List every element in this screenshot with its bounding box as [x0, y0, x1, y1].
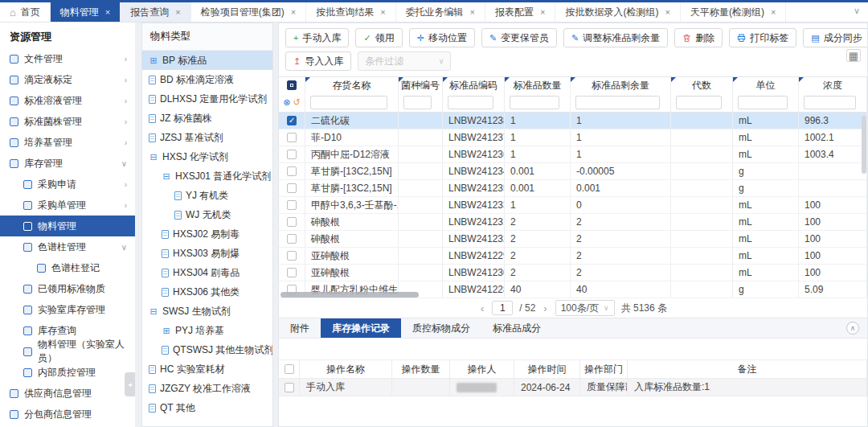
column-filter-input[interactable] [403, 96, 432, 109]
tree-node-HXSJ06 其他类[interactable]: HXSJ06 其他类 [142, 282, 272, 302]
tree-node-HC 实验室耗材[interactable]: HC 实验室耗材 [142, 359, 272, 379]
collapse-minus-icon[interactable]: ⊟ [162, 171, 171, 182]
变更保管员-button[interactable]: ✎变更保管员 [481, 28, 557, 47]
tree-node-JZGZY 校准工作溶液[interactable]: JZGZY 校准工作溶液 [142, 379, 272, 398]
column-header-存货名称[interactable]: 存货名称 [305, 77, 399, 93]
导入入库-button[interactable]: ↥导入入库 [285, 51, 351, 71]
row-checkbox[interactable] [287, 150, 297, 159]
detail-column-header-操作部门[interactable]: 操作部门 [580, 360, 628, 378]
tab-按批查询结果[interactable]: 按批查询结果× [306, 2, 395, 22]
tree-node-DLHXSJ 定量用化学试剂[interactable]: DLHXSJ 定量用化学试剂 [142, 89, 272, 109]
column-filter-input[interactable] [676, 96, 722, 109]
detail-column-header-操作时间[interactable]: 操作时间 [514, 360, 580, 378]
column-header-单位[interactable]: 单位 [733, 77, 799, 93]
tab-报表配置[interactable]: 报表配置× [485, 2, 555, 22]
table-row[interactable]: 砷酸根LNBW24123222mL100 [279, 231, 867, 248]
column-header-代数[interactable]: 代数 [671, 77, 733, 93]
expand-plus-icon[interactable]: ⊞ [149, 55, 158, 66]
row-checkbox[interactable] [287, 116, 297, 125]
tree-node-QT 其他[interactable]: QT 其他 [142, 398, 272, 417]
detail-tab-库存操作记录[interactable]: 库存操作记录 [321, 318, 401, 338]
sidebar-item-采购申请[interactable]: 采购申请› [0, 174, 135, 195]
tree-node-JZSJ 基准试剂[interactable]: JZSJ 基准试剂 [142, 128, 272, 147]
tab-物料管理[interactable]: 物料管理× [51, 2, 121, 22]
collapse-minus-icon[interactable]: ⊟ [149, 306, 158, 317]
column-filter-input[interactable] [575, 96, 660, 109]
column-filter-input[interactable] [510, 96, 559, 109]
column-header-菌种编号[interactable]: 菌种编号 [399, 77, 443, 93]
sidebar-item-色谱柱登记[interactable]: 色谱柱登记 [0, 257, 135, 278]
sidebar-item-滴定液标定[interactable]: 滴定液标定› [0, 69, 135, 90]
close-icon[interactable]: × [105, 7, 110, 17]
close-icon[interactable]: × [380, 7, 385, 17]
tree-node-HXSJ02 易制毒[interactable]: HXSJ02 易制毒 [142, 224, 272, 244]
tree-node-BP 标准品[interactable]: ⊞BP 标准品 [142, 51, 272, 70]
detail-tab-质控标物成分[interactable]: 质控标物成分 [401, 318, 481, 338]
sidebar-item-物料管理[interactable]: 物料管理 [0, 216, 135, 236]
tab-委托业务编辑[interactable]: 委托业务编辑× [396, 2, 485, 22]
tree-node-HXSJ 化学试剂[interactable]: ⊟HXSJ 化学试剂 [142, 147, 272, 166]
select-all-checkbox[interactable] [287, 80, 297, 90]
tree-node-WJ 无机类[interactable]: WJ 无机类 [142, 205, 272, 224]
tab-检验项目管理(集团)[interactable]: 检验项目管理(集团)× [191, 2, 306, 22]
page-input[interactable] [492, 301, 513, 315]
close-icon[interactable]: × [470, 7, 475, 17]
collapse-minus-icon[interactable]: ⊟ [149, 152, 158, 162]
row-checkbox[interactable] [287, 200, 297, 210]
sidebar-item-标准溶液管理[interactable]: 标准溶液管理› [0, 90, 135, 111]
sidebar-collapse-handle[interactable]: ◂ [125, 372, 135, 396]
clear-filter-icon[interactable]: ⊗ [283, 97, 290, 108]
sidebar-item-库存管理[interactable]: 库存管理∨ [0, 153, 135, 174]
sidebar-item-文件管理[interactable]: 文件管理› [0, 48, 135, 69]
column-filter-input[interactable] [738, 96, 788, 109]
column-settings-icon[interactable]: ▦ [846, 49, 861, 62]
移动位置-button[interactable]: ✛移动位置 [409, 28, 475, 47]
sidebar-item-培养基管理[interactable]: 培养基管理› [0, 132, 135, 153]
table-row[interactable]: 亚砷酸根LNBW24123022mL100 [279, 265, 867, 281]
close-icon[interactable]: × [291, 7, 296, 17]
手动入库-button[interactable]: +手动入库 [285, 28, 349, 47]
row-checkbox[interactable] [287, 217, 297, 227]
调整标准品剩余量-button[interactable]: ✎调整标准品剩余量 [563, 28, 668, 47]
table-row[interactable]: 砷酸根LNBW24123122mL100 [279, 214, 867, 231]
成分同步-button[interactable]: ▤成分同步 [803, 28, 868, 47]
detail-table-row[interactable]: 手动入库2024-06-24质量保障部入库标准品数量:1 [279, 379, 867, 396]
删除-button[interactable]: 删除 [674, 28, 723, 47]
expand-plus-icon[interactable]: ⊞ [162, 326, 171, 336]
vertical-scrollbar-thumb[interactable] [862, 116, 866, 174]
tab-overflow-chevron-down-icon[interactable]: ∨ [854, 6, 860, 16]
next-page-icon[interactable]: › [542, 302, 548, 314]
column-filter-input[interactable] [448, 96, 493, 109]
tab-天平称量(检测组)[interactable]: 天平称量(检测组)× [681, 2, 786, 22]
horizontal-scrollbar-thumb[interactable] [280, 292, 419, 298]
column-filter-input[interactable] [804, 96, 856, 109]
detail-column-header-操作名称[interactable]: 操作名称 [300, 360, 392, 378]
row-checkbox[interactable] [287, 251, 297, 261]
row-checkbox[interactable] [287, 166, 297, 176]
table-row[interactable]: 草甘膦-[13C2,15N]LNBW2412350.0010.001g [279, 180, 867, 197]
table-row[interactable]: 丙酮中屈-D12溶液LNBW24123611mL1003.4 [279, 146, 867, 163]
column-header-标准品编码[interactable]: 标准品编码 [443, 77, 505, 93]
table-row[interactable]: 甲醇中3,6,3-壬基酚-13C6LNBW24123310mL100 [279, 197, 867, 214]
tree-node-JZ 标准菌株[interactable]: JZ 标准菌株 [142, 109, 272, 128]
sidebar-item-已领用标准物质[interactable]: 已领用标准物质 [0, 278, 135, 299]
table-row[interactable]: 草甘膦-[13C2,15N]LNBW2412340.001-0.00005g [279, 163, 867, 180]
column-header-浓度[interactable]: 浓度 [799, 77, 867, 93]
sidebar-item-实验室库存管理[interactable]: 实验室库存管理 [0, 299, 135, 320]
tree-node-PYJ 培养基[interactable]: ⊞PYJ 培养基 [142, 321, 272, 340]
sidebar-item-标准菌株管理[interactable]: 标准菌株管理› [0, 111, 135, 132]
detail-column-header-备注[interactable]: 备注 [628, 360, 867, 378]
tree-node-QTSWSJ 其他生物试剂[interactable]: QTSWSJ 其他生物试剂 [142, 340, 272, 359]
condition-filter-select[interactable]: 条件过滤 ∨ [358, 51, 451, 71]
tree-node-SWSJ 生物试剂[interactable]: ⊟SWSJ 生物试剂 [142, 302, 272, 321]
打印标签-button[interactable]: 打印标签 [729, 28, 796, 47]
sidebar-item-色谱柱管理[interactable]: 色谱柱管理∨ [0, 236, 135, 257]
tab-报告查询[interactable]: 报告查询× [121, 2, 190, 22]
column-header-标准品数量[interactable]: 标准品数量 [505, 77, 571, 93]
tab-按批数据录入(检测组)[interactable]: 按批数据录入(检测组)× [555, 2, 680, 22]
row-checkbox[interactable] [287, 133, 297, 142]
close-icon[interactable]: × [175, 7, 180, 17]
table-row[interactable]: 二硫化碳LNBW24123811mL996.3 [279, 113, 867, 129]
领用-button[interactable]: ✓领用 [355, 28, 402, 47]
page-size-select[interactable]: 100条/页 ∨ [555, 300, 615, 316]
